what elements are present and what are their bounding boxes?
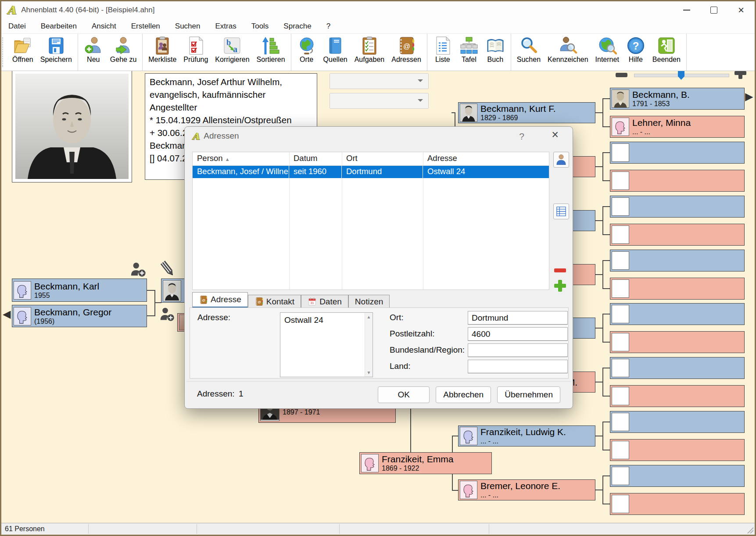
person-box-gregor[interactable]: Beckmann, Gregor (1956): [12, 305, 147, 327]
adresse-textarea[interactable]: Ostwall 24 ▲ ▼: [280, 312, 373, 377]
ancestor-box-male[interactable]: [610, 465, 745, 487]
person-portrait[interactable]: [12, 70, 132, 182]
ancestor-box-female[interactable]: [610, 170, 745, 192]
ancestor-box-male[interactable]: [610, 303, 745, 325]
toolbar-button[interactable]: Beenden: [649, 34, 684, 71]
toolbar-button[interactable]: Öffnen: [9, 34, 37, 71]
toolbar-button[interactable]: Buch: [482, 34, 509, 71]
toolbar-button[interactable]: Orte: [294, 34, 320, 71]
menu-item[interactable]: Ansicht: [92, 22, 116, 31]
person-select-dropdown[interactable]: [330, 73, 429, 89]
toolbar-button[interactable]: Aufgaben: [351, 34, 388, 71]
add-person-icon[interactable]: [159, 307, 175, 322]
nav-left-icon[interactable]: ◀: [3, 308, 11, 320]
toolbar-button[interactable]: Gehe zu: [107, 34, 140, 71]
dialog-close-button[interactable]: ×: [552, 128, 559, 142]
toolbar-button[interactable]: Quellen: [320, 34, 351, 71]
column-header-datum[interactable]: Datum: [289, 152, 342, 165]
ancestor-box-gen3[interactable]: Bremer, Leonore E. ... - ...: [458, 479, 595, 500]
toolbar-button[interactable]: Merkliste: [145, 34, 180, 71]
menu-item[interactable]: Extras: [215, 22, 236, 31]
toolbar-button[interactable]: Kennzeichen: [544, 34, 592, 71]
menu-item[interactable]: ?: [326, 22, 330, 31]
menu-item[interactable]: Bearbeiten: [41, 22, 77, 31]
edit-pencil-icon[interactable]: [158, 260, 178, 278]
ancestor-box-male[interactable]: Beckmann, B. 1791 - 1853: [610, 88, 745, 110]
remove-address-button[interactable]: [554, 268, 566, 272]
ancestor-box-female[interactable]: [610, 385, 745, 407]
menu-item[interactable]: Datei: [8, 22, 26, 31]
toolbar-button[interactable]: Internet: [592, 34, 623, 71]
textarea-scrollbar[interactable]: ▲ ▼: [365, 313, 373, 377]
dialog-button[interactable]: Abbrechen: [436, 386, 491, 403]
toolbar-button[interactable]: ba Korrigieren: [211, 34, 253, 71]
land-input[interactable]: [468, 360, 568, 373]
ancestor-box-gen3[interactable]: Beckmann, Kurt F. 1829 - 1869: [458, 102, 595, 123]
menu-item[interactable]: Suchen: [175, 22, 201, 31]
toolbar-button[interactable]: Speichern: [37, 34, 75, 71]
ancestor-box-female[interactable]: [610, 224, 745, 246]
toolbar-button[interactable]: Suchen: [513, 34, 544, 71]
toolbar-button[interactable]: Prüfung: [180, 34, 211, 71]
column-header-ort[interactable]: Ort: [342, 152, 423, 165]
address-count-label: Adressen:: [197, 389, 235, 399]
table-row-selected[interactable]: Beckmann, Josef / Willne... seit 1960 Do…: [193, 166, 549, 178]
dialog-button[interactable]: OK: [378, 386, 430, 403]
dialog-button[interactable]: Übernehmen: [497, 386, 560, 403]
ancestor-box-male[interactable]: [610, 142, 745, 164]
connector-line: [452, 490, 459, 491]
toolbar-button[interactable]: Tafel: [456, 34, 482, 71]
select-person-button[interactable]: [553, 152, 569, 168]
zoom-out-button[interactable]: [616, 73, 627, 77]
divider: [197, 524, 197, 534]
cell-datum: seit 1960: [289, 166, 341, 178]
ancestor-box-female[interactable]: [610, 493, 745, 515]
add-person-icon[interactable]: [130, 262, 147, 278]
tab[interactable]: Notizen: [348, 295, 390, 308]
resize-grip[interactable]: [747, 527, 753, 533]
tab[interactable]: @ Adresse: [192, 292, 248, 308]
person-box-karl[interactable]: Beckmann, Karl 1955: [12, 279, 147, 302]
minimize-button[interactable]: [673, 1, 700, 19]
ancestor-box-male[interactable]: [610, 196, 745, 218]
menu-item[interactable]: Sprache: [283, 22, 311, 31]
ancestor-box-female[interactable]: [610, 439, 745, 461]
address-table[interactable]: Person ▲ Datum Ort Adresse Beckmann, Jos…: [192, 152, 549, 290]
list-view-button[interactable]: [553, 204, 569, 219]
menu-item[interactable]: Erstellen: [131, 22, 160, 31]
ancestor-box-male[interactable]: [610, 250, 745, 272]
ancestor-box-female[interactable]: [610, 278, 745, 300]
ort-input[interactable]: [468, 311, 568, 325]
close-button[interactable]: ×: [727, 1, 755, 19]
toolbar-button[interactable]: Neu: [80, 34, 107, 71]
ancestor-box-female[interactable]: Lehner, Minna ... - ...: [610, 116, 745, 138]
bundesland-input[interactable]: [468, 343, 568, 357]
person-thumbnail: [612, 359, 629, 377]
ancestor-box-male[interactable]: [610, 411, 745, 433]
family-select-dropdown[interactable]: [330, 93, 429, 109]
scroll-down-icon[interactable]: ▼: [365, 370, 373, 375]
connector-line: [603, 98, 610, 99]
nav-right-icon[interactable]: ▶: [745, 90, 753, 103]
toolbar-button[interactable]: ? Hilfe: [623, 34, 649, 71]
person-name: Bremer, Leonore E.: [480, 481, 560, 491]
tab[interactable]: 31 Daten: [301, 295, 348, 308]
toolbar-button[interactable]: @ Adressen: [388, 34, 425, 71]
menu-item[interactable]: Tools: [251, 22, 269, 31]
postleitzahl-input[interactable]: [468, 327, 568, 341]
toolbar-button[interactable]: Sortieren: [253, 34, 289, 71]
tab[interactable]: @ Kontakt: [248, 295, 301, 308]
toolbar-button[interactable]: Liste: [430, 34, 456, 71]
toolbar-button-label: Suchen: [517, 56, 541, 64]
column-header-adresse[interactable]: Adresse: [423, 152, 549, 165]
add-address-button[interactable]: [554, 280, 566, 292]
ancestor-box-gen3[interactable]: Franzikeit, Ludwig K. ... - ...: [458, 425, 595, 447]
dialog-help-button[interactable]: ?: [519, 131, 524, 142]
ancestor-box-male[interactable]: [610, 357, 745, 379]
column-header-person[interactable]: Person ▲: [193, 152, 289, 165]
maximize-button[interactable]: [700, 1, 727, 19]
scroll-up-icon[interactable]: ▲: [365, 314, 373, 319]
svg-text:31: 31: [311, 301, 314, 305]
person-box-emma[interactable]: Franzikeit, Emma 1869 - 1922: [359, 452, 492, 474]
ancestor-box-female[interactable]: [610, 331, 745, 353]
